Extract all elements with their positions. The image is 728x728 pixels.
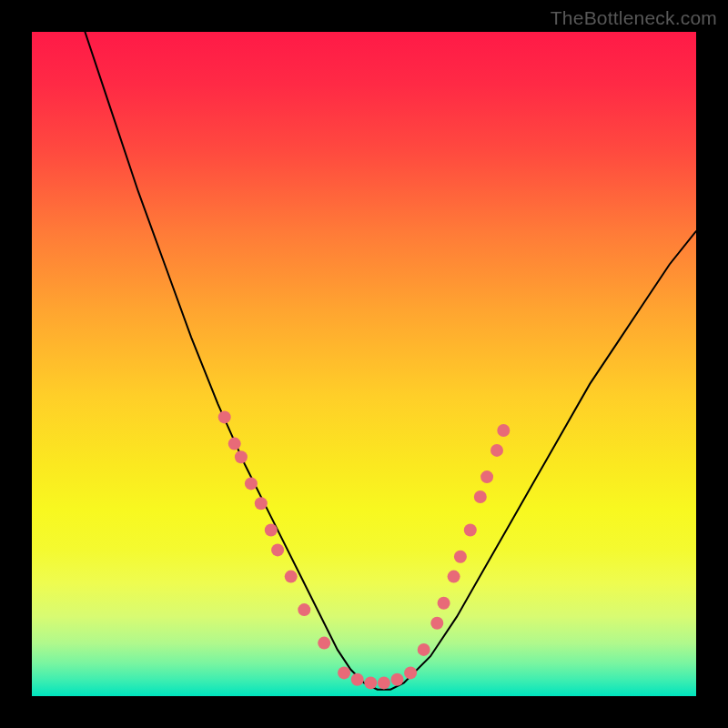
data-marker (430, 617, 443, 630)
plot-area (32, 32, 696, 696)
data-marker (474, 490, 487, 503)
data-marker (218, 410, 231, 423)
data-marker (351, 673, 364, 686)
markers-group (218, 410, 511, 689)
data-marker (448, 571, 460, 583)
data-marker (245, 477, 258, 490)
chart-container: TheBottleneck.com (0, 0, 728, 728)
data-marker (404, 666, 417, 679)
data-marker (265, 524, 278, 537)
data-marker (235, 450, 248, 463)
data-marker (418, 643, 430, 656)
data-marker (298, 603, 310, 616)
data-marker (318, 637, 330, 650)
watermark-text: TheBottleneck.com (551, 7, 717, 29)
data-marker (497, 424, 510, 437)
data-marker (480, 470, 493, 483)
bottleneck-curve (85, 32, 696, 690)
data-marker (490, 444, 503, 457)
data-marker (228, 438, 241, 450)
data-marker (391, 673, 404, 686)
data-marker (255, 497, 268, 510)
data-marker (464, 524, 477, 537)
markers-svg (32, 32, 696, 696)
data-marker (338, 666, 350, 679)
curve-svg (32, 32, 696, 696)
data-marker (364, 676, 377, 689)
data-marker (285, 571, 298, 583)
data-marker (378, 676, 390, 689)
data-marker (271, 543, 284, 556)
data-marker (454, 551, 467, 563)
data-marker (438, 597, 450, 610)
